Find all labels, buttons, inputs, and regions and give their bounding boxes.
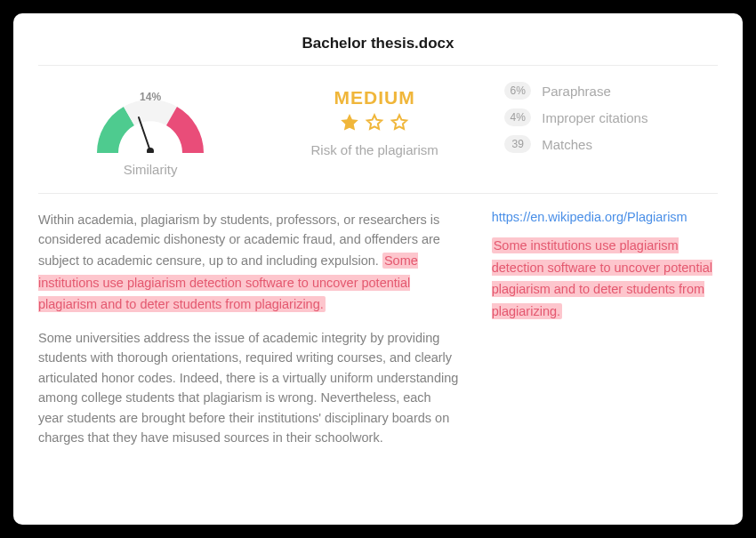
summary-row: 14% Similarity MEDIUM Risk of the plagia…	[38, 66, 718, 193]
stat-label: Improper citations	[542, 110, 647, 125]
star-filled-icon	[339, 112, 360, 133]
star-empty-icon	[364, 112, 385, 133]
body-row: Within academia, plagiarism by students,…	[38, 194, 718, 503]
report-card: Bachelor thesis.docx 14% Similarity MEDI…	[13, 13, 743, 525]
match-excerpt: Some institutions use plagiarism detecti…	[492, 235, 718, 323]
svg-point-1	[147, 148, 154, 153]
stat-label: Matches	[542, 137, 592, 152]
risk-stars	[339, 112, 410, 133]
stat-value: 4%	[504, 108, 531, 126]
similarity-label: Similarity	[124, 162, 178, 177]
stats-block: 6% Paraphrase 4% Improper citations 39 M…	[487, 82, 718, 153]
risk-block: MEDIUM Risk of the plagiarism	[262, 82, 487, 157]
risk-level: MEDIUM	[334, 87, 415, 108]
doc-text: Within academia, plagiarism by students,…	[38, 213, 440, 268]
stat-label: Paraphrase	[542, 84, 611, 99]
match-source: https://en.wikipedia.org/Plagiarism Some…	[492, 210, 718, 503]
document-text: Within academia, plagiarism by students,…	[38, 210, 460, 503]
document-title: Bachelor thesis.docx	[38, 29, 718, 65]
stat-value: 39	[504, 135, 531, 153]
highlighted-text: Some institutions use plagiarism detecti…	[492, 237, 712, 319]
star-empty-icon	[389, 112, 410, 133]
match-source-link[interactable]: https://en.wikipedia.org/Plagiarism	[492, 210, 718, 224]
similarity-percent: 14%	[140, 91, 161, 103]
risk-label: Risk of the plagiarism	[310, 142, 438, 157]
similarity-block: 14% Similarity	[38, 82, 262, 177]
svg-line-0	[139, 117, 150, 151]
stat-citations: 4% Improper citations	[504, 108, 718, 126]
similarity-gauge: 14%	[79, 82, 221, 153]
doc-paragraph: Some universities address the issue of a…	[38, 328, 460, 448]
doc-paragraph: Within academia, plagiarism by students,…	[38, 210, 460, 316]
stat-value: 6%	[504, 82, 531, 100]
stat-paraphrase: 6% Paraphrase	[504, 82, 718, 100]
stat-matches: 39 Matches	[504, 135, 718, 153]
